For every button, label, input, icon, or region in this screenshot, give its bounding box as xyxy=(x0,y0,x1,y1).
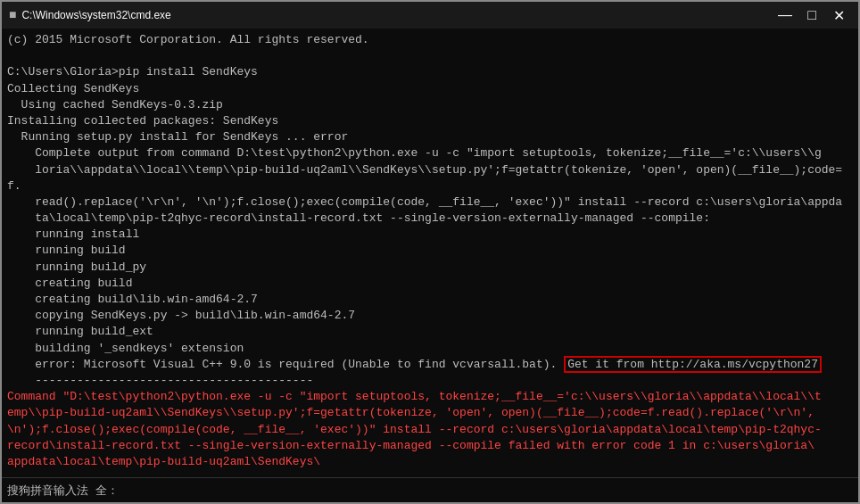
terminal-output: (c) 2015 Microsoft Corporation. All righ… xyxy=(2,29,858,477)
line-running-build-py: running build_py xyxy=(7,260,853,276)
line-error-vcpp: error: Microsoft Visual C++ 9.0 is requi… xyxy=(7,357,853,373)
minimize-button[interactable]: — xyxy=(773,5,798,25)
title-bar: ■ C:\Windows\system32\cmd.exe — □ ✕ xyxy=(2,2,858,29)
close-button[interactable]: ✕ xyxy=(826,5,851,25)
line-creating-build: creating build xyxy=(7,276,853,292)
line-running-build: running build xyxy=(7,243,853,259)
line-complete-output: Complete output from command D:\test\pyt… xyxy=(7,145,853,227)
line-building: building '_sendkeys' extension xyxy=(7,341,853,357)
line-installing: Installing collected packages: SendKeys xyxy=(7,113,853,129)
line-copyright: (c) 2015 Microsoft Corporation. All righ… xyxy=(7,32,853,48)
line-copying: copying SendKeys.py -> build\lib.win-amd… xyxy=(7,308,853,324)
line-blank1 xyxy=(7,48,853,64)
window-controls: — □ ✕ xyxy=(773,5,851,25)
status-bar: 搜狗拼音输入法 全： xyxy=(2,477,858,502)
title-bar-left: ■ C:\Windows\system32\cmd.exe xyxy=(9,8,171,22)
cmd-window: ■ C:\Windows\system32\cmd.exe — □ ✕ (c) … xyxy=(0,0,860,504)
line-separator: ---------------------------------------- xyxy=(7,373,853,389)
line-prompt: C:\Users\Gloria>pip install SendKeys xyxy=(7,64,853,80)
line-running-build-ext: running build_ext xyxy=(7,324,853,340)
ime-status: 搜狗拼音输入法 全： xyxy=(7,483,119,499)
cmd-icon: ■ xyxy=(9,8,16,22)
window-title: C:\Windows\system32\cmd.exe xyxy=(21,9,170,21)
line-error-command1: Command "D:\test\python2\python.exe -u -… xyxy=(7,389,853,470)
line-cached: Using cached SendKeys-0.3.zip xyxy=(7,97,853,113)
highlight-link: Get it from http://aka.ms/vcpython27 xyxy=(564,356,822,373)
line-collecting: Collecting SendKeys xyxy=(7,81,853,97)
line-creating-lib: creating build\lib.win-amd64-2.7 xyxy=(7,292,853,308)
line-running-setup: Running setup.py install for SendKeys ..… xyxy=(7,129,853,145)
maximize-button[interactable]: □ xyxy=(799,5,824,25)
line-running-install: running install xyxy=(7,227,853,243)
